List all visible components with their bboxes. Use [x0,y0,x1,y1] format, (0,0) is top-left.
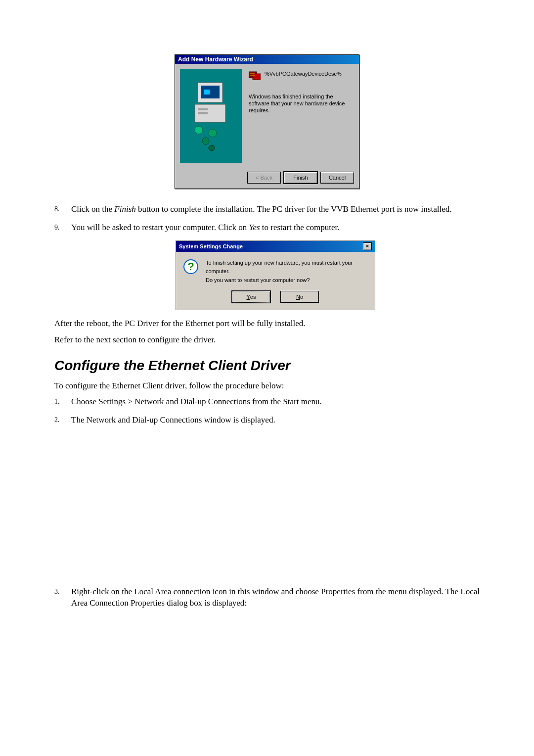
add-hardware-wizard-dialog: Add New Hardware Wizard [175,54,359,189]
list-item: 2. The Network and Dial-up Connections w… [54,415,480,426]
close-icon[interactable]: × [363,242,372,250]
system-settings-change-dialog: System Settings Change × ? To finish set… [176,240,375,310]
svg-rect-1 [201,86,220,98]
yes-button[interactable]: Yes [232,291,270,303]
svg-rect-4 [198,108,208,110]
paragraph-intro: To configure the Ethernet Client driver,… [54,380,480,392]
wizard-title: Add New Hardware Wizard [178,56,253,63]
wizard-titlebar: Add New Hardware Wizard [175,55,359,64]
computer-icon [189,79,233,153]
list-item: 1. Choose Settings > Network and Dial-up… [54,396,480,408]
step-text: You will be asked to restart your comput… [71,222,480,234]
step-text: The Network and Dial-up Connections wind… [71,415,480,426]
instruction-list-b: 1. Choose Settings > Network and Dial-up… [54,396,480,426]
sschange-msg-line1: To finish setting up your new hardware, … [206,259,368,276]
document-page: Add New Hardware Wizard [0,0,534,756]
svg-point-8 [202,138,209,144]
device-desc-text: %VvbPCGatewayDeviceDesc% [265,71,342,78]
instruction-list-b-cont: 3. Right-click on the Local Area connect… [54,586,480,609]
svg-rect-2 [204,90,210,94]
sschange-body: ? To finish setting up your new hardware… [176,252,375,288]
step-number: 1. [54,396,71,408]
svg-text:?: ? [187,260,194,273]
finish-button[interactable]: Finish [284,172,317,184]
back-button: < Back [247,172,281,184]
step-text: Right-click on the Local Area connection… [71,586,480,609]
step-text: Click on the Finish button to complete t… [71,204,480,215]
list-item: 9. You will be asked to restart your com… [54,222,480,234]
section-heading: Configure the Ethernet Client Driver [54,358,480,374]
paragraph-after-reboot: After the reboot, the PC Driver for the … [54,318,480,330]
wizard-footer: < Back Finish Cancel [175,168,359,189]
wizard-body: %VvbPCGatewayDeviceDesc% Windows has fin… [175,64,359,168]
figure-placeholder [54,433,480,586]
svg-point-7 [209,129,217,137]
no-button[interactable]: No [280,291,319,303]
sschange-msg-line2: Do you want to restart your computer now… [206,276,368,285]
step-number: 9. [54,222,71,234]
list-item: 8. Click on the Finish button to complet… [54,204,480,215]
wizard-content: %VvbPCGatewayDeviceDesc% Windows has fin… [242,69,354,163]
sschange-title: System Settings Change [179,243,243,249]
step-text: Choose Settings > Network and Dial-up Co… [71,396,480,408]
step-number: 3. [54,586,71,609]
svg-point-9 [209,145,215,151]
sschange-message: To finish setting up your new hardware, … [206,259,368,285]
wizard-sidebar-image [180,69,242,163]
paragraph-refer-next: Refer to the next section to configure t… [54,334,480,346]
svg-rect-5 [198,112,208,114]
device-row: %VvbPCGatewayDeviceDesc% [249,71,350,81]
question-icon: ? [183,259,199,285]
cancel-button[interactable]: Cancel [320,172,354,184]
dialog-wrapper: System Settings Change × ? To finish set… [54,240,480,310]
device-icon [249,71,261,81]
sschange-titlebar: System Settings Change × [176,241,375,252]
wizard-finished-text: Windows has finished installing the soft… [249,94,350,114]
list-item: 3. Right-click on the Local Area connect… [54,586,480,609]
svg-point-6 [195,126,203,134]
svg-rect-11 [253,74,261,80]
sschange-footer: Yes No [176,288,375,310]
step-number: 2. [54,415,71,426]
instruction-list-a: 8. Click on the Finish button to complet… [54,204,480,234]
step-number: 8. [54,204,71,215]
